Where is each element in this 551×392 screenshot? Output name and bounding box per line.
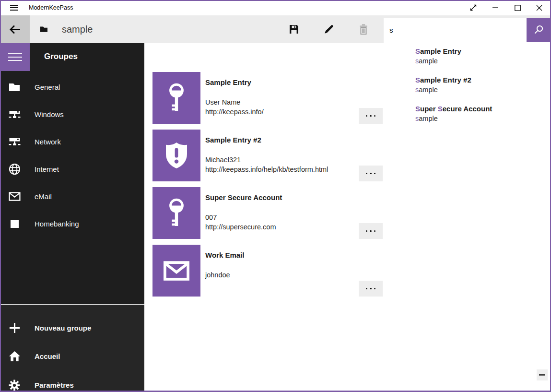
- entry-username: User Name: [205, 97, 264, 107]
- hamburger-icon: [8, 51, 22, 63]
- entry-row-super-secure-account[interactable]: Super Secure Account 007 http://supersec…: [152, 187, 383, 239]
- database-title: sample: [62, 15, 93, 43]
- plus-icon: [8, 322, 21, 334]
- titlebar: ModernKeePass: [0, 0, 551, 15]
- delete-button[interactable]: [352, 15, 375, 43]
- sidebar-item-windows[interactable]: Windows: [0, 101, 144, 128]
- key-icon: [165, 198, 188, 228]
- suggestion-title: Sample Entry #2: [415, 75, 545, 85]
- hamburger-icon: [10, 3, 18, 12]
- fullscreen-button[interactable]: [462, 0, 484, 15]
- edit-pencil-icon: [324, 24, 334, 35]
- search-box: [384, 18, 527, 42]
- sidebar-item-label: Accueil: [35, 352, 60, 360]
- home-button[interactable]: Accueil: [0, 343, 144, 370]
- entry-details: User Name http://keepass.info/: [205, 97, 264, 117]
- suggestion-sample-entry[interactable]: Sample Entry sample: [415, 47, 545, 71]
- entry-tile: [152, 130, 200, 181]
- save-button[interactable]: [282, 15, 305, 43]
- sidebar-item-internet[interactable]: Internet: [0, 155, 144, 183]
- entry-tile: [152, 187, 200, 239]
- entry-username: Michael321: [205, 155, 328, 165]
- square-icon: [8, 220, 21, 228]
- sidebar-item-label: eMail: [35, 192, 52, 201]
- minus-icon: [539, 374, 545, 376]
- maximize-icon: [515, 5, 521, 11]
- more-button[interactable]: [359, 223, 383, 239]
- fullscreen-icon: [469, 4, 477, 12]
- edit-button[interactable]: [317, 15, 340, 43]
- entry-title: Sample Entry #2: [205, 136, 261, 144]
- key-icon: [165, 83, 188, 113]
- entry-row-work-email[interactable]: Work Email johndoe: [152, 245, 383, 297]
- sidebar-item-general[interactable]: General: [0, 73, 144, 101]
- envelope-icon: [164, 261, 189, 281]
- entry-url: http://keepass.info/help/kb/testform.htm…: [205, 165, 328, 174]
- more-button[interactable]: [359, 108, 383, 124]
- suggestion-subtitle: sample: [415, 114, 545, 123]
- network-icon: [8, 110, 21, 119]
- entry-row-sample-entry-2[interactable]: Sample Entry #2 Michael321 http://keepas…: [152, 130, 383, 181]
- suggestion-title: Super Secure Account: [415, 104, 545, 114]
- sidebar-item-network[interactable]: Network: [0, 128, 144, 155]
- close-button[interactable]: [528, 0, 550, 15]
- entry-tile: [152, 245, 200, 297]
- sidebar-item-label: Nouveau groupe: [35, 324, 91, 332]
- sidebar-footer: Nouveau groupe Accueil: [0, 304, 144, 391]
- app-window: ModernKeePass sample: [0, 0, 551, 392]
- sidebar-item-label: Internet: [35, 165, 59, 173]
- back-button[interactable]: [0, 15, 30, 43]
- app-title: ModernKeePass: [29, 0, 73, 15]
- search-icon: [533, 24, 544, 35]
- minimize-button[interactable]: [484, 0, 506, 15]
- home-icon: [8, 351, 21, 362]
- envelope-icon: [8, 192, 21, 201]
- maximize-button[interactable]: [506, 0, 528, 15]
- entry-title: Work Email: [205, 251, 244, 259]
- zoom-out-button[interactable]: [537, 369, 548, 380]
- entry-title: Super Secure Account: [205, 193, 282, 202]
- sidebar-item-label: General: [35, 83, 60, 91]
- sidebar-item-email[interactable]: eMail: [0, 183, 144, 210]
- entry-username: johndoe: [205, 270, 230, 280]
- search-input[interactable]: [384, 18, 527, 42]
- network-icon: [8, 137, 21, 147]
- suggestion-title: Sample Entry: [415, 47, 545, 56]
- entry-url: http://keepass.info/: [205, 107, 264, 117]
- groups-header: Groupes: [44, 52, 78, 61]
- sidebar-hamburger-button[interactable]: [0, 43, 30, 71]
- settings-button[interactable]: Paramètres: [0, 371, 144, 392]
- titlebar-hamburger-icon[interactable]: [4, 0, 24, 15]
- folder-icon: [8, 83, 21, 92]
- suggestion-sample-entry-2[interactable]: Sample Entry #2 sample: [415, 75, 545, 100]
- sidebar-item-homebanking[interactable]: Homebanking: [0, 210, 144, 238]
- entry-url: http://supersecure.com: [205, 222, 276, 232]
- suggestion-super-secure-account[interactable]: Super Secure Account sample: [415, 104, 545, 129]
- delete-trash-icon: [359, 24, 368, 35]
- suggestion-subtitle: sample: [415, 56, 545, 66]
- entry-details: Michael321 http://keepass.info/help/kb/t…: [205, 155, 328, 174]
- shield-exclamation-icon: [164, 142, 189, 169]
- entry-details: johndoe: [205, 270, 230, 280]
- database-folder-icon: [40, 26, 48, 35]
- close-icon: [536, 5, 542, 11]
- entry-tile: [152, 72, 200, 124]
- entry-username: 007: [205, 213, 276, 222]
- search-suggestions: Sample Entry sample Sample Entry #2 samp…: [384, 42, 550, 135]
- sidebar: Groupes General Windows: [0, 43, 144, 391]
- sidebar-item-label: Homebanking: [35, 220, 79, 228]
- appbar: sample: [0, 15, 551, 43]
- more-button[interactable]: [359, 166, 383, 181]
- search-button[interactable]: [527, 18, 550, 42]
- gear-icon: [8, 380, 21, 391]
- save-icon: [289, 24, 299, 34]
- entry-row-sample-entry[interactable]: Sample Entry User Name http://keepass.in…: [152, 72, 383, 124]
- more-button[interactable]: [359, 281, 383, 297]
- sidebar-item-label: Network: [35, 138, 61, 146]
- minimize-icon: [492, 5, 498, 11]
- new-group-button[interactable]: Nouveau groupe: [0, 314, 144, 342]
- sidebar-item-label: Paramètres: [35, 381, 74, 389]
- globe-icon: [8, 163, 21, 175]
- sidebar-item-label: Windows: [35, 110, 64, 119]
- entry-details: 007 http://supersecure.com: [205, 213, 276, 232]
